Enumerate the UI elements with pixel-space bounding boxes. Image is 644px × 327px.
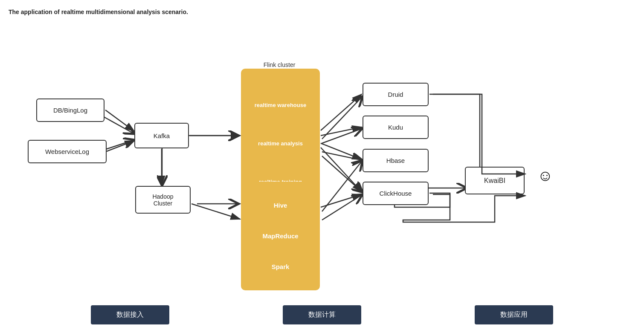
- bottom-labels: 数据接入 Data access 数据计算 Data compute 数据应用 …: [9, 305, 635, 327]
- svg-line-21: [321, 148, 362, 192]
- batch-wrapper: Hive MapReduce Spark: [241, 182, 320, 290]
- svg-line-9: [322, 156, 363, 192]
- data-application-bar: 数据应用: [475, 305, 553, 324]
- smiley-icon: ☺: [537, 167, 553, 185]
- arrows-svg: [11, 28, 633, 301]
- kafka-box: Kafka: [134, 123, 189, 148]
- druid-box: Druid: [363, 83, 429, 106]
- webservice-log-box: WebserviceLog: [28, 140, 107, 163]
- realtime-analysis-box: realtime analysis: [247, 126, 313, 160]
- data-compute-bar: 数据计算: [283, 305, 361, 324]
- flink-cluster-label: Flink cluster: [249, 61, 309, 68]
- svg-line-18: [321, 94, 362, 130]
- kwaibi-box: KwaiBI: [465, 167, 525, 194]
- data-access-group: 数据接入 Data access: [91, 305, 169, 327]
- svg-line-17: [191, 204, 240, 219]
- page-subtitle: The application of realtime multidimensi…: [9, 9, 635, 15]
- svg-line-10: [322, 160, 363, 211]
- db-binlog-box: DB/BingLog: [36, 98, 104, 122]
- kudu-box: Kudu: [363, 116, 429, 139]
- hadoop-cluster-box: Hadoop Cluster: [135, 186, 191, 214]
- svg-line-8: [322, 152, 363, 160]
- realtime-warehouse-box: realtime warehouse: [247, 88, 313, 122]
- routing-arrows: [11, 28, 633, 301]
- mapreduce-box: MapReduce: [247, 223, 313, 249]
- svg-line-14: [107, 141, 134, 151]
- svg-line-6: [322, 96, 363, 139]
- svg-line-19: [321, 127, 362, 136]
- data-application-group: 数据应用 Data application: [475, 305, 553, 327]
- data-access-bar: 数据接入: [91, 305, 169, 324]
- svg-line-20: [321, 143, 362, 159]
- svg-line-13: [105, 110, 134, 131]
- diagram-container: Flink cluster DB/BingLog WebserviceLog K…: [11, 28, 633, 301]
- data-compute-group: 数据计算 Data compute: [283, 305, 361, 327]
- spark-box: Spark: [247, 254, 313, 280]
- hbase-box: Hbase: [363, 149, 429, 172]
- svg-line-22: [321, 194, 362, 207]
- hive-box: Hive: [247, 192, 313, 219]
- clickhouse-box: ClickHouse: [363, 182, 429, 205]
- svg-line-11: [322, 194, 363, 220]
- svg-line-7: [322, 128, 363, 143]
